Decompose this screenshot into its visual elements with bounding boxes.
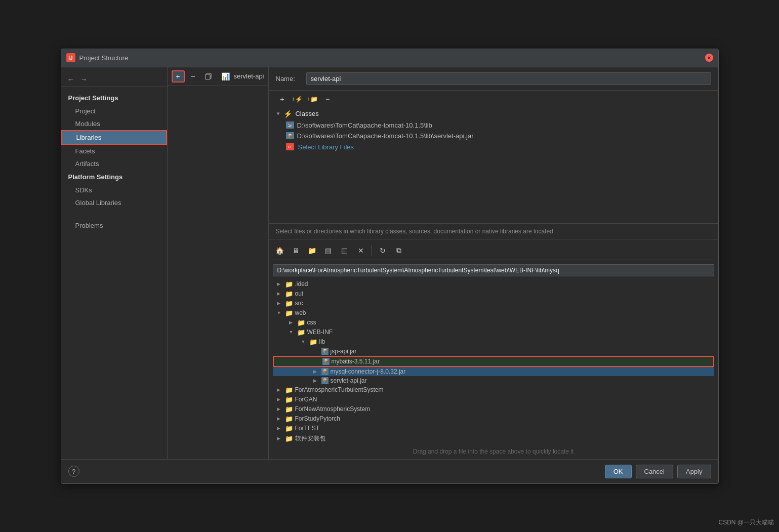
ft-web-inf[interactable]: ▼ 📁 WEB-INF (273, 328, 714, 337)
dialog-footer: ? OK Cancel Apply (61, 459, 718, 483)
jar-icon-servlet: 📦 (321, 377, 329, 384)
tree-item-tomcat-lib[interactable]: 📚 D:\softwares\TomCat\apache-tomcat-10.1… (276, 120, 711, 131)
add-library-button[interactable]: + (172, 70, 185, 83)
title-bar: IJ Project Structure ✕ (61, 49, 718, 67)
tree-item-tomcat-lib-path: D:\softwares\TomCat\apache-tomcat-10.1.5… (297, 121, 432, 129)
file-tree: ▶ 📁 .ided ▶ 📁 out ▶ 📁 (273, 279, 714, 444)
main-content: ← → Project Settings Project Modules Lib… (61, 67, 718, 459)
path-input[interactable] (273, 264, 714, 276)
ft-src[interactable]: ▶ 📁 src (273, 299, 714, 308)
ft-out[interactable]: ▶ 📁 out (273, 289, 714, 299)
jar-icon-mysql: 📦 (321, 368, 329, 375)
file-browser: 🏠 🖥 📁 ▤ ▥ ✕ ↻ ⧉ ▶ 📁 (269, 241, 718, 459)
sidebar-item-sdks[interactable]: SDKs (61, 184, 167, 196)
cancel-button[interactable]: Cancel (636, 465, 673, 478)
window-controls: ✕ (705, 54, 713, 62)
info-text: Select files or directories in which lib… (269, 223, 718, 239)
sidebar: ← → Project Settings Project Modules Lib… (61, 67, 168, 459)
footer-left: ? (68, 466, 601, 477)
tree-item-servlet-jar-path: D:\softwares\TomCat\apache-tomcat-10.1.5… (297, 132, 474, 140)
toggle2-button[interactable]: ▥ (338, 244, 352, 257)
select-library-label: Select Library Files (298, 143, 354, 151)
platform-settings-label: Platform Settings (61, 170, 167, 184)
ft-for-test[interactable]: ▶ 📁 ForTEST (273, 424, 714, 433)
remove-class-button[interactable]: − (321, 94, 335, 105)
ft-css[interactable]: ▶ 📁 css (273, 318, 714, 328)
add-class-button[interactable]: + (276, 94, 289, 105)
add-jar-button[interactable]: +📁 (306, 94, 319, 105)
dialog-title: Project Structure (79, 54, 705, 62)
sidebar-item-modules[interactable]: Modules (61, 117, 167, 130)
nav-toolbar: ← → (61, 72, 167, 87)
ft-for-new-atmospheric[interactable]: ▶ 📁 ForNewAtmosphericSystem (273, 404, 714, 414)
classes-section-header[interactable]: ▼ ⚡ Classes (276, 108, 711, 120)
idea-icon: IJ (286, 143, 294, 150)
sidebar-item-problems[interactable]: Problems (61, 219, 167, 232)
app-icon: IJ (66, 53, 75, 62)
ft-ided[interactable]: ▶ 📁 .ided (273, 279, 714, 289)
project-settings-label: Project Settings (61, 91, 167, 105)
help-button[interactable]: ? (68, 466, 79, 477)
watermark: CSDN @一只大喵喵 (718, 518, 774, 527)
classes-tree-section: ▼ ⚡ Classes 📚 D:\softwares\TomCat\apache… (269, 108, 718, 223)
ok-button[interactable]: OK (605, 465, 632, 478)
desktop-button[interactable]: 🖥 (289, 244, 303, 257)
name-row: Name: (269, 67, 718, 91)
sidebar-item-artifacts[interactable]: Artifacts (61, 157, 167, 170)
apply-button[interactable]: Apply (677, 465, 711, 478)
copy-path-button[interactable]: ⧉ (392, 244, 406, 257)
add-from-button[interactable]: +⚡ (291, 94, 304, 105)
close-button[interactable]: ✕ (705, 54, 713, 62)
drag-drop-hint: Drag and drop a file into the space abov… (273, 444, 714, 459)
ft-for-study-pytorch[interactable]: ▶ 📁 ForStudyPytorch (273, 414, 714, 424)
remove-library-button[interactable]: − (187, 70, 200, 83)
jar-icon: 📚 (286, 121, 294, 129)
library-list-panel: + − 📊 servlet-api (168, 67, 269, 459)
ft-servlet-api-jar[interactable]: ▶ 📦 servlet-api.jar (273, 376, 714, 385)
project-structure-dialog: IJ Project Structure ✕ ← → Project Setti… (61, 49, 719, 484)
ft-jsp-api[interactable]: ▶ 📦 jsp-api.jar (273, 347, 714, 356)
ft-for-gan[interactable]: ▶ 📁 ForGAN (273, 395, 714, 404)
copy-library-button[interactable] (202, 70, 215, 83)
jar-icon-2: 📦 (286, 132, 294, 139)
nav-forward-button[interactable]: → (78, 74, 90, 85)
library-toolbar: + − 📊 servlet-api (168, 67, 268, 86)
jar-icon-mybatis: 📦 (322, 358, 330, 365)
detail-panel: Name: + +⚡ +📁 − ▼ ⚡ Classes 📚 (269, 67, 718, 459)
classes-label: Classes (295, 110, 318, 117)
sidebar-item-facets[interactable]: Facets (61, 145, 167, 157)
name-input[interactable] (306, 72, 711, 85)
classes-toolbar: + +⚡ +📁 − (269, 91, 718, 108)
ft-for-atmospheric[interactable]: ▶ 📁 ForAtmosphericTurbulentSystem (273, 385, 714, 395)
sidebar-item-libraries[interactable]: Libraries (61, 130, 167, 145)
jar-icon-jsp: 📦 (321, 348, 329, 355)
select-library-row[interactable]: IJ Select Library Files (276, 141, 711, 153)
refresh-button[interactable]: ↻ (376, 244, 390, 257)
tree-item-servlet-jar[interactable]: 📦 D:\softwares\TomCat\apache-tomcat-10.1… (276, 131, 711, 141)
sidebar-item-global-libraries[interactable]: Global Libraries (61, 196, 167, 209)
file-browser-toolbar: 🏠 🖥 📁 ▤ ▥ ✕ ↻ ⧉ (273, 241, 714, 260)
toggle-button[interactable]: ▤ (321, 244, 336, 257)
name-label: Name: (276, 75, 301, 83)
svg-rect-1 (206, 74, 210, 79)
home-button[interactable]: 🏠 (273, 244, 287, 257)
ft-mybatis[interactable]: ▶ 📦 mybatis-3.5.11.jar (273, 356, 714, 367)
ft-mysql-connector[interactable]: ▶ 📦 mysql-connector-j-8.0.32.jar (273, 367, 714, 376)
new-folder-button[interactable]: 📁 (305, 244, 319, 257)
ft-lib[interactable]: ▼ 📁 lib (273, 337, 714, 347)
ft-software-packages[interactable]: ▶ 📁 软件安装包 (273, 433, 714, 444)
nav-back-button[interactable]: ← (65, 74, 76, 85)
ft-web[interactable]: ▼ 📁 web (273, 308, 714, 318)
selected-lib-label: servlet-api (234, 72, 264, 80)
delete-button[interactable]: ✕ (354, 244, 368, 257)
sidebar-item-project[interactable]: Project (61, 105, 167, 117)
